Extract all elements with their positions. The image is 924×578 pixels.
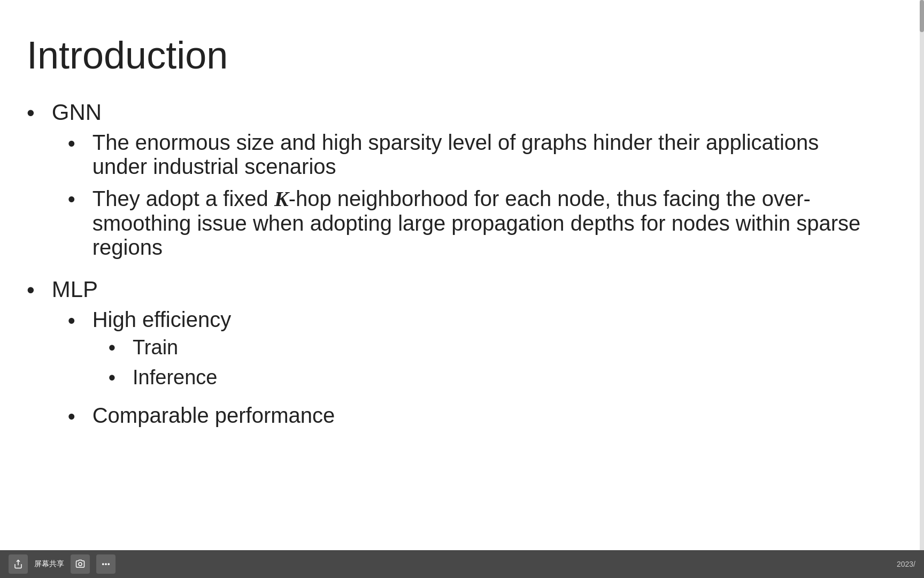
gnn-sub-item-1: The enormous size and high sparsity leve…: [68, 131, 866, 179]
mlp-sub-list: High efficiency Train: [68, 308, 866, 429]
mlp-high-efficiency-text: High efficiency: [93, 308, 231, 331]
slide-content: Introduction GNN The enormous size and h…: [0, 0, 898, 478]
svg-point-3: [105, 564, 106, 565]
more-button[interactable]: [96, 554, 116, 574]
share-label: 屏幕共享: [34, 559, 64, 569]
mlp-sub-item-1: High efficiency Train: [68, 308, 866, 396]
right-scrollbar[interactable]: [920, 0, 924, 550]
share-button[interactable]: [9, 554, 28, 574]
mlp-inference-content: Inference: [133, 366, 866, 389]
gnn-sub1-text: The enormous size and high sparsity leve…: [93, 131, 819, 178]
main-bullet-list: GNN The enormous size and high sparsity …: [27, 100, 866, 436]
share-icon: [13, 559, 23, 569]
bullet-gnn: GNN The enormous size and high sparsity …: [27, 100, 866, 267]
camera-button[interactable]: [71, 554, 90, 574]
mlp-train-text: Train: [133, 336, 178, 359]
mlp-comparable-text: Comparable performance: [93, 404, 335, 427]
mlp-sub1-content: High efficiency Train: [93, 308, 866, 396]
mlp-comparable-content: Comparable performance: [93, 404, 866, 428]
svg-point-2: [103, 564, 104, 565]
bullet-mlp: MLP High efficiency Train: [27, 277, 866, 436]
scrollbar-thumb[interactable]: [920, 0, 924, 32]
mlp-train-content: Train: [133, 336, 866, 359]
mlp-sub-item-2: Comparable performance: [68, 404, 866, 429]
camera-icon: [75, 559, 85, 569]
gnn-sub1-content: The enormous size and high sparsity leve…: [93, 131, 866, 179]
slide-title: Introduction: [27, 32, 866, 78]
mlp-inference-item: Inference: [109, 366, 866, 391]
mlp-sub-sub-list: Train Inference: [109, 336, 866, 390]
more-icon: [101, 559, 111, 569]
bullet-mlp-label: MLP: [52, 277, 98, 302]
svg-point-4: [108, 564, 109, 565]
toolbar-left: 屏幕共享: [9, 554, 116, 574]
mlp-inference-text: Inference: [133, 366, 217, 389]
svg-point-1: [79, 562, 82, 566]
gnn-sub-list: The enormous size and high sparsity leve…: [68, 131, 866, 260]
gnn-sub2-content: They adopt a fixed K-hop neighborhood fo…: [93, 186, 866, 260]
mlp-train-item: Train: [109, 336, 866, 361]
gnn-sub2-text-before: They adopt a fixed: [93, 187, 274, 210]
bottom-toolbar: 屏幕共享 2023/: [0, 550, 924, 578]
page-indicator: 2023/: [897, 560, 915, 568]
bullet-mlp-content: MLP High efficiency Train: [52, 277, 866, 436]
gnn-sub-item-2: They adopt a fixed K-hop neighborhood fo…: [68, 186, 866, 260]
bullet-gnn-label: GNN: [52, 100, 102, 125]
gnn-sub2-italic-k: K: [274, 187, 289, 211]
bullet-gnn-content: GNN The enormous size and high sparsity …: [52, 100, 866, 267]
